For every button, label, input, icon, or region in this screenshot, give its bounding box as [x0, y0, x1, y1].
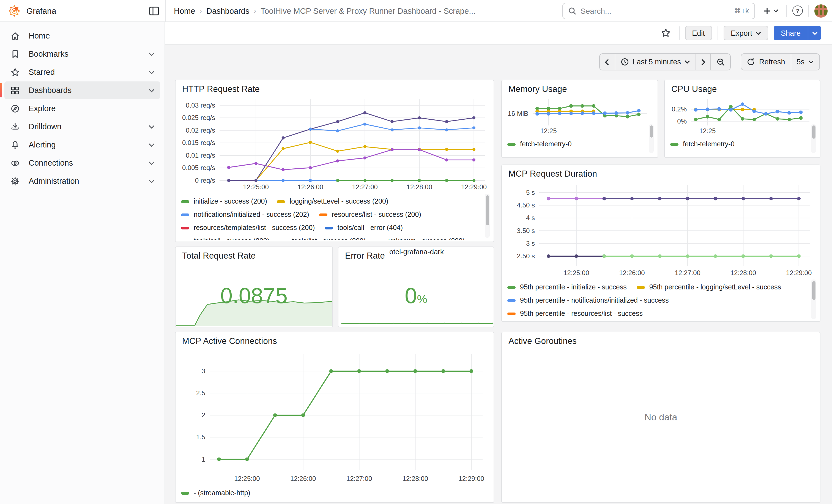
- legend-label: tools/call - error (404): [337, 224, 403, 232]
- legend-item[interactable]: tools/call - error (404): [324, 224, 403, 232]
- legend-label: - (streamable-http): [194, 489, 250, 497]
- legend-label: unknown - success (200): [388, 237, 465, 240]
- share-button[interactable]: Share: [774, 26, 808, 40]
- scrollbar-thumb[interactable]: [486, 195, 489, 225]
- legend-item[interactable]: - (streamable-http): [181, 489, 250, 497]
- export-button[interactable]: Export: [724, 26, 768, 40]
- panel-title[interactable]: MCP Request Duration: [509, 169, 597, 179]
- legend-item[interactable]: 95th percentile - logging/setLevel - suc…: [636, 283, 781, 291]
- add-button[interactable]: [760, 6, 781, 15]
- favorite-star-button[interactable]: [658, 25, 673, 41]
- legend-swatch-icon: [181, 200, 189, 203]
- zoom-out-icon: [717, 57, 725, 66]
- legend-swatch-icon: [508, 286, 516, 289]
- legend-item[interactable]: 95th percentile - initialize - success: [508, 283, 627, 291]
- legend-label: tools/list - success (200): [292, 237, 366, 240]
- sidebar-item-bookmarks[interactable]: Bookmarks: [4, 45, 160, 63]
- sidebar-item-alerting[interactable]: Alerting: [4, 136, 160, 154]
- breadcrumb-separator-icon: ›: [200, 7, 202, 15]
- memory-usage-chart[interactable]: 12:2516 MiB: [503, 95, 653, 136]
- legend-item[interactable]: 95th percentile - resources/list - succe…: [508, 310, 643, 317]
- legend-row: tools/call - success (200)tools/list - s…: [181, 234, 483, 240]
- legend-item[interactable]: resources/templates/list - success (200): [181, 224, 315, 232]
- search-placeholder: Search...: [580, 6, 730, 15]
- grafana-logo-icon[interactable]: [8, 4, 21, 17]
- legend-item[interactable]: logging/setLevel - success (200): [277, 197, 389, 205]
- refresh-interval-picker[interactable]: 5s: [790, 54, 820, 70]
- legend-item[interactable]: tools/call - success (200): [181, 237, 269, 240]
- sidebar-toggle-icon[interactable]: [146, 3, 162, 19]
- breadcrumb-home[interactable]: Home: [174, 6, 195, 15]
- time-range-group: Last 5 minutes: [599, 53, 731, 71]
- legend-scrollbar[interactable]: [811, 280, 816, 319]
- time-range-label: Last 5 minutes: [632, 58, 681, 66]
- panel-title[interactable]: Memory Usage: [509, 84, 567, 94]
- chevron-down-icon: [149, 179, 155, 183]
- svg-text:12:25:00: 12:25:00: [234, 475, 260, 482]
- edit-button[interactable]: Edit: [685, 26, 712, 40]
- panel-title[interactable]: HTTP Request Rate: [182, 84, 260, 94]
- panel-title[interactable]: Error Rate: [345, 251, 385, 261]
- mcp-request-duration-chart[interactable]: 12:25:0012:26:0012:27:0012:28:0012:29:00…: [504, 181, 815, 278]
- scrollbar-thumb[interactable]: [650, 126, 653, 137]
- svg-text:0.03 req/s: 0.03 req/s: [186, 102, 215, 109]
- legend-scrollbar[interactable]: [649, 124, 654, 153]
- legend-row: fetch-telemetry-0: [670, 137, 802, 151]
- panel-title[interactable]: Active Goroutines: [509, 336, 577, 346]
- panel-title[interactable]: Total Request Rate: [182, 251, 256, 261]
- sidebar-item-label: Bookmarks: [29, 50, 69, 58]
- search-input[interactable]: Search... ⌘+k: [562, 2, 755, 19]
- legend-swatch-icon: [636, 286, 645, 289]
- panel-title[interactable]: MCP Active Connections: [182, 336, 277, 346]
- search-icon: [568, 7, 576, 15]
- legend-scrollbar[interactable]: [811, 124, 816, 153]
- sidebar-item-starred[interactable]: Starred: [4, 63, 160, 81]
- legend-swatch-icon: [277, 200, 285, 203]
- legend-scrollbar[interactable]: [485, 194, 490, 238]
- time-range-picker[interactable]: Last 5 minutes: [614, 54, 696, 70]
- share-menu-button[interactable]: [808, 26, 821, 40]
- mcp-active-connections-legend: - (streamable-http): [181, 486, 483, 501]
- sidebar-item-connections[interactable]: Connections: [4, 154, 160, 172]
- legend-item[interactable]: tools/list - success (200): [279, 237, 366, 240]
- cpu-usage-chart[interactable]: 12:250.2%0%: [666, 95, 815, 136]
- legend-item[interactable]: initialize - success (200): [181, 197, 267, 205]
- refresh-button[interactable]: Refresh: [742, 54, 791, 70]
- chevron-down-icon: [149, 70, 155, 74]
- sidebar-item-label: Dashboards: [29, 86, 72, 95]
- export-button-label: Export: [731, 29, 752, 37]
- error-rate-sparkline[interactable]: [339, 318, 494, 326]
- legend-label: initialize - success (200): [194, 197, 267, 205]
- panel-title[interactable]: CPU Usage: [671, 84, 717, 94]
- legend-item[interactable]: 95th percentile - notifications/initiali…: [508, 297, 669, 304]
- scrollbar-thumb[interactable]: [812, 126, 815, 139]
- legend-item[interactable]: unknown - success (200): [375, 237, 465, 240]
- sidebar-item-dashboards[interactable]: Dashboards: [4, 81, 160, 99]
- time-shift-back-button[interactable]: [599, 54, 614, 70]
- help-icon[interactable]: ?: [792, 5, 803, 16]
- time-shift-forward-button[interactable]: [696, 54, 711, 70]
- sidebar-item-explore[interactable]: Explore: [4, 100, 160, 117]
- time-controls: Last 5 minutes Refresh 5s: [599, 53, 820, 71]
- panel-error-rate: Error Rate 0%: [338, 246, 494, 327]
- sidebar-item-administration[interactable]: Administration: [4, 172, 160, 190]
- star-icon: [10, 68, 20, 77]
- chevron-down-icon: [812, 31, 817, 35]
- mcp-active-connections-chart[interactable]: 12:25:0012:26:0012:27:0012:28:0012:29:00…: [178, 349, 489, 484]
- legend-item[interactable]: fetch-telemetry-0: [670, 140, 735, 148]
- scrollbar-thumb[interactable]: [812, 281, 815, 300]
- panel-mcp-request-duration: MCP Request Duration 12:25:0012:26:0012:…: [501, 164, 821, 322]
- http-request-rate-chart[interactable]: 12:25:0012:26:0012:27:0012:28:0012:29:00…: [178, 96, 489, 192]
- sidebar-item-drilldown[interactable]: Drilldown: [4, 118, 160, 135]
- brand-name[interactable]: Grafana: [26, 6, 56, 16]
- error-rate-value: 0%: [338, 283, 494, 308]
- legend-item[interactable]: notifications/initialized - success (202…: [181, 211, 309, 218]
- user-avatar[interactable]: [814, 4, 828, 17]
- legend-swatch-icon: [181, 492, 189, 494]
- legend-label: fetch-telemetry-0: [683, 140, 735, 148]
- legend-item[interactable]: resources/list - success (200): [319, 211, 421, 218]
- zoom-out-button[interactable]: [711, 54, 730, 70]
- legend-item[interactable]: fetch-telemetry-0: [508, 140, 572, 148]
- breadcrumb-dashboards[interactable]: Dashboards: [206, 6, 249, 15]
- sidebar-item-home[interactable]: Home: [4, 27, 160, 45]
